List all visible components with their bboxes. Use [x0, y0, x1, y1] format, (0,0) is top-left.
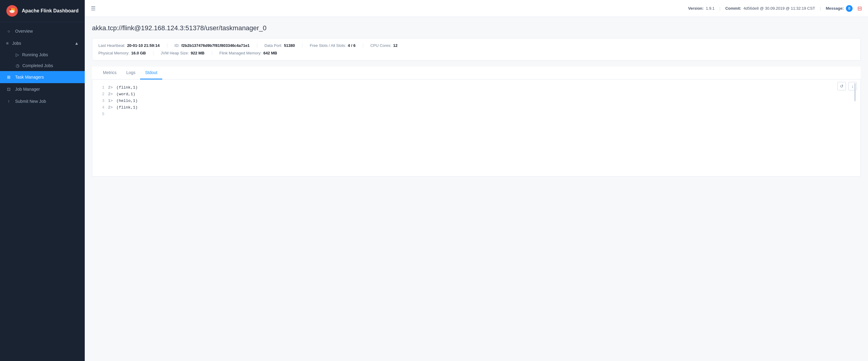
sidebar-item-submit-new-job-label: Submit New Job: [15, 99, 46, 104]
id-item: ID: f2b2b137476d9b7f81f803346c4a71e1: [175, 43, 257, 48]
line-prefix: 2>: [108, 91, 113, 98]
refresh-button[interactable]: ↺: [837, 82, 846, 90]
sidebar-item-running-jobs-label: Running Jobs: [22, 52, 48, 57]
sidebar-title: Apache Flink Dashboard: [22, 8, 79, 13]
flink-memory-label: Flink Managed Memory:: [219, 51, 261, 55]
sidebar-item-job-manager-label: Job Manager: [15, 87, 40, 92]
data-port-value: 51380: [284, 43, 295, 48]
line-number: 5: [98, 111, 104, 118]
flink-memory-value: 642 MB: [263, 51, 277, 55]
line-content: (flink,1): [117, 104, 138, 111]
terminal-line: 22>(word,1): [98, 91, 855, 98]
message-label: Message:: [826, 6, 844, 10]
sidebar: Apache Flink Dashboard ○ Overview ≡ Jobs…: [0, 0, 85, 361]
data-port-item: Data Port: 51380: [265, 43, 303, 48]
terminal-line: 12>(flink,1): [98, 84, 855, 91]
terminal-line: 31>(hello,1): [98, 98, 855, 104]
sidebar-item-overview-label: Overview: [15, 29, 33, 34]
physical-memory-item: Physical Memory: 16.0 GB: [98, 51, 153, 55]
sidebar-item-task-managers[interactable]: ⊞ Task Managers: [0, 71, 85, 83]
version-label: Version:: [688, 6, 704, 10]
sidebar-header: Apache Flink Dashboard: [0, 0, 85, 22]
message-badge[interactable]: 0: [846, 5, 852, 12]
page-title: akka.tcp://flink@192.168.124.3:51378/use…: [92, 24, 861, 32]
info-row-2: Physical Memory: 16.0 GB JVM Heap Size: …: [98, 51, 855, 55]
free-slots-label: Free Slots / All Slots:: [310, 43, 346, 48]
physical-memory-value: 16.0 GB: [131, 51, 146, 55]
terminal-line: 5: [98, 111, 855, 118]
completed-jobs-icon: ◷: [16, 63, 19, 68]
tab-stdout[interactable]: Stdout: [140, 67, 162, 79]
tab-logs[interactable]: Logs: [121, 67, 140, 79]
terminal-toolbar: ↺ ↓: [837, 82, 857, 90]
info-card: Last Heartbeat: 20-01-10 21:59:14 ID: f2…: [92, 38, 861, 61]
version-value: 1.9.1: [706, 6, 715, 10]
jobs-icon: ≡: [6, 41, 8, 46]
heartbeat-label: Last Heartbeat:: [98, 43, 125, 48]
free-slots-value: 4 / 6: [348, 43, 355, 48]
line-content: (word,1): [117, 91, 135, 98]
heartbeat-item: Last Heartbeat: 20-01-10 21:59:14: [98, 43, 167, 48]
menu-icon[interactable]: ☰: [91, 5, 96, 12]
physical-memory-label: Physical Memory:: [98, 51, 129, 55]
sidebar-section-jobs-label: Jobs: [12, 41, 21, 46]
sidebar-section-jobs[interactable]: ≡ Jobs ▲: [0, 37, 85, 49]
topbar: ☰ Version: 1.9.1 | Commit: 4d56de8 @ 30.…: [85, 0, 868, 17]
chevron-up-icon: ▲: [74, 41, 79, 46]
data-port-label: Data Port:: [265, 43, 282, 48]
refresh-icon: ↺: [840, 84, 843, 89]
line-content: (flink,1): [117, 84, 138, 91]
commit-label: Commit:: [725, 6, 741, 10]
svg-point-2: [10, 10, 14, 13]
line-prefix: 2>: [108, 84, 113, 91]
tab-metrics[interactable]: Metrics: [98, 67, 121, 79]
line-prefix: 2>: [108, 104, 113, 111]
line-number: 2: [98, 91, 104, 98]
line-prefix: 1>: [108, 98, 113, 104]
line-number: 4: [98, 104, 104, 111]
app-logo: [6, 5, 18, 17]
id-value: f2b2b137476d9b7f81f803346c4a71e1: [181, 43, 250, 48]
alert-icon[interactable]: ⊟: [858, 5, 862, 12]
free-slots-item: Free Slots / All Slots: 4 / 6: [310, 43, 363, 48]
heartbeat-value: 20-01-10 21:59:14: [127, 43, 160, 48]
svg-point-4: [13, 8, 15, 10]
sidebar-item-job-manager[interactable]: ⊡ Job Manager: [0, 83, 85, 95]
scrollbar-handle: [855, 83, 856, 101]
sidebar-item-running-jobs[interactable]: ▷ Running Jobs: [0, 49, 85, 60]
sidebar-item-overview[interactable]: ○ Overview: [0, 25, 85, 37]
sidebar-item-completed-jobs[interactable]: ◷ Completed Jobs: [0, 60, 85, 71]
sidebar-item-submit-new-job[interactable]: ↑ Submit New Job: [0, 95, 85, 107]
submit-job-icon: ↑: [6, 99, 11, 104]
sidebar-item-completed-jobs-label: Completed Jobs: [22, 63, 53, 68]
stdout-container: ↺ ↓ 12>(flink,1)22>(word,1)31>(hello,1)4…: [92, 79, 861, 176]
tab-bar: Metrics Logs Stdout: [92, 67, 861, 79]
jvm-heap-label: JVM Heap Size:: [161, 51, 189, 55]
overview-icon: ○: [6, 29, 11, 34]
svg-point-3: [9, 8, 11, 10]
line-number: 3: [98, 98, 104, 104]
page-content: akka.tcp://flink@192.168.124.3:51378/use…: [85, 17, 868, 361]
info-row-1: Last Heartbeat: 20-01-10 21:59:14 ID: f2…: [98, 43, 855, 48]
task-managers-icon: ⊞: [6, 75, 11, 79]
download-icon: ↓: [851, 84, 854, 89]
cpu-cores-item: CPU Cores: 12: [370, 43, 405, 48]
cpu-cores-value: 12: [393, 43, 397, 48]
commit-value: 4d56de8 @ 30.09.2019 @ 11:32:19 CST: [743, 6, 815, 10]
stdout-output: 12>(flink,1)22>(word,1)31>(hello,1)42>(f…: [92, 79, 861, 176]
job-manager-icon: ⊡: [6, 87, 11, 92]
flink-memory-item: Flink Managed Memory: 642 MB: [219, 51, 284, 55]
line-content: (hello,1): [117, 98, 138, 104]
sidebar-item-task-managers-label: Task Managers: [15, 75, 44, 79]
cpu-cores-label: CPU Cores:: [370, 43, 391, 48]
line-number: 1: [98, 84, 104, 91]
jvm-heap-value: 922 MB: [191, 51, 205, 55]
jvm-heap-item: JVM Heap Size: 922 MB: [161, 51, 212, 55]
running-jobs-icon: ▷: [16, 52, 19, 57]
sidebar-nav: ○ Overview ≡ Jobs ▲ ▷ Running Jobs ◷ Com…: [0, 22, 85, 110]
main-content: ☰ Version: 1.9.1 | Commit: 4d56de8 @ 30.…: [85, 0, 868, 361]
terminal-line: 42>(flink,1): [98, 104, 855, 111]
id-label: ID:: [175, 43, 180, 48]
